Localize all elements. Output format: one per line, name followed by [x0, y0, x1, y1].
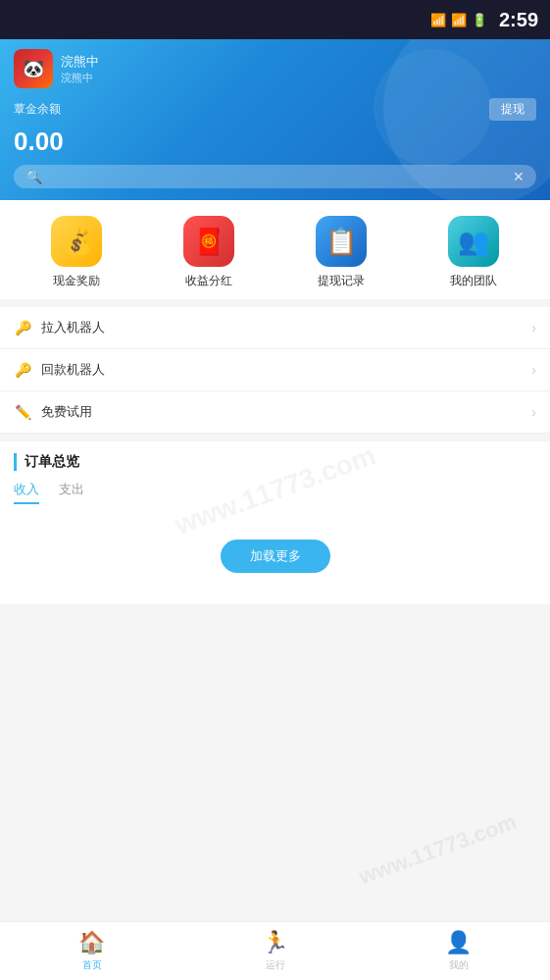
avatar: 🐼 [14, 49, 53, 88]
profile-icon: 👤 [445, 930, 472, 955]
menu-withdraw-record[interactable]: 📋 提现记录 [316, 216, 367, 289]
free-trial-arrow: › [531, 404, 536, 420]
search-input[interactable] [48, 170, 507, 184]
status-time: 2:59 [499, 9, 538, 31]
payment-robot-text: 回款机器人 [41, 361, 522, 379]
load-more-button[interactable]: 加载更多 [221, 540, 330, 573]
dividend-icon: 🧧 [193, 227, 225, 257]
cash-reward-icon: 💰 [61, 227, 92, 257]
free-trial-text: 免费试用 [41, 403, 522, 421]
cash-reward-icon-bg: 💰 [51, 216, 102, 267]
menu-list: 🔑 拉入机器人 › 🔑 回款机器人 › ✏️ 免费试用 › [0, 307, 550, 434]
pull-robot-arrow: › [531, 320, 536, 335]
wifi-icon: 📶 [430, 13, 446, 27]
status-icons: 📶 📶 🔋 [430, 13, 487, 27]
menu-cash-reward[interactable]: 💰 现金奖励 [51, 216, 102, 289]
profile-label: 我的 [449, 958, 469, 972]
payment-robot-arrow: › [531, 362, 536, 378]
balance-label: 蕈金余额 [14, 101, 61, 118]
user-info: 浣熊中 浣熊中 [61, 53, 99, 85]
order-tabs: 收入 支出 [14, 481, 536, 504]
status-bar: 📶 📶 🔋 2:59 [0, 0, 550, 39]
balance-amount: 0.00 [14, 127, 536, 157]
battery-icon: 🔋 [472, 13, 487, 27]
cash-reward-label: 现金奖励 [53, 273, 100, 289]
dividend-icon-bg: 🧧 [183, 216, 234, 267]
menu-item-payment-robot[interactable]: 🔑 回款机器人 › [0, 349, 550, 391]
user-row: 🐼 浣熊中 浣熊中 [14, 49, 536, 88]
run-label: 运行 [266, 958, 285, 972]
withdraw-record-label: 提现记录 [318, 273, 365, 289]
tab-expense[interactable]: 支出 [59, 481, 84, 504]
search-bar[interactable]: 🔍 ✕ [14, 165, 536, 188]
pull-robot-icon: 🔑 [14, 319, 31, 336]
search-icon: 🔍 [25, 169, 42, 184]
nav-profile[interactable]: 👤 我的 [367, 930, 550, 972]
load-more-area: 加载更多 [14, 520, 536, 593]
bottom-nav: 🏠 首页 🏃 运行 👤 我的 [0, 921, 550, 980]
withdraw-button[interactable]: 提现 [489, 98, 536, 121]
my-team-icon-bg: 👥 [448, 216, 499, 267]
withdraw-record-icon-bg: 📋 [316, 216, 367, 267]
watermark-bottom: www.11773.com [355, 809, 520, 890]
home-label: 首页 [82, 958, 102, 972]
withdraw-record-icon: 📋 [325, 227, 357, 257]
order-section: 订单总览 收入 支出 加载更多 [0, 441, 550, 604]
clear-search-icon[interactable]: ✕ [513, 169, 525, 184]
dividend-label: 收益分红 [185, 273, 232, 289]
my-team-icon: 👥 [458, 227, 489, 257]
order-title: 订单总览 [14, 453, 536, 471]
run-icon: 🏃 [262, 930, 288, 955]
nav-home[interactable]: 🏠 首页 [0, 930, 183, 972]
tab-income[interactable]: 收入 [14, 481, 39, 504]
balance-section: 蕈金余额 提现 [14, 98, 536, 121]
menu-item-free-trial[interactable]: ✏️ 免费试用 › [0, 391, 550, 434]
pull-robot-text: 拉入机器人 [41, 319, 522, 336]
menu-my-team[interactable]: 👥 我的团队 [448, 216, 499, 289]
my-team-label: 我的团队 [450, 273, 497, 289]
nav-run[interactable]: 🏃 运行 [183, 930, 367, 972]
icon-grid: 💰 现金奖励 🧧 收益分红 📋 提现记录 👥 我的团队 [0, 200, 550, 299]
free-trial-icon: ✏️ [14, 403, 31, 421]
menu-dividend[interactable]: 🧧 收益分红 [183, 216, 234, 289]
user-name: 浣熊中 [61, 53, 99, 71]
payment-robot-icon: 🔑 [14, 361, 31, 379]
header: 🐼 浣熊中 浣熊中 蕈金余额 提现 0.00 🔍 ✕ [0, 39, 550, 200]
menu-item-pull-robot[interactable]: 🔑 拉入机器人 › [0, 307, 550, 349]
home-icon: 🏠 [78, 930, 105, 955]
user-subtitle: 浣熊中 [61, 71, 99, 85]
signal-icon: 📶 [451, 13, 467, 27]
